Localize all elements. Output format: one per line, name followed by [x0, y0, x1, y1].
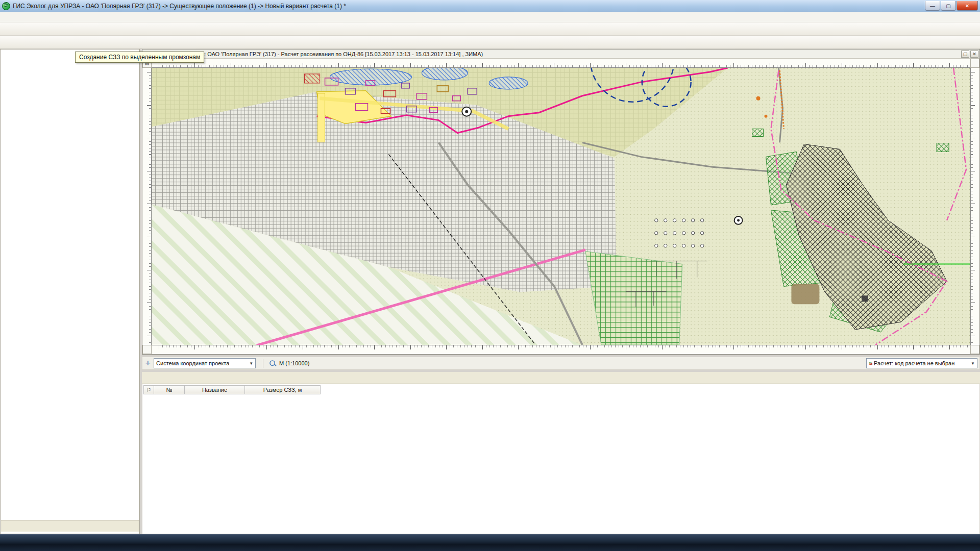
app-icon	[2, 2, 10, 10]
map-drawing	[152, 68, 970, 345]
column-size[interactable]: Размер СЗЗ, м	[245, 386, 321, 394]
column-name[interactable]: Название	[185, 386, 245, 394]
layer-tree	[1, 51, 139, 518]
menu-bar	[0, 12, 980, 22]
map-canvas[interactable]	[152, 68, 970, 345]
map-window: та: ОАО 'Полярная ГРЭ' (317) - Расчет ра…	[142, 49, 980, 355]
coordinate-system-select[interactable]: Система координат проекта ▼	[154, 358, 256, 368]
close-button[interactable]: ✕	[957, 1, 978, 11]
calc-waves-icon: ≈	[869, 360, 872, 366]
coordinate-icon: ✛	[145, 360, 151, 367]
ruler-corner-bl	[142, 345, 152, 354]
status-bar: ✛ Система координат проекта ▼ М (1:10000…	[142, 357, 980, 370]
ruler-right	[970, 68, 979, 345]
column-num[interactable]: №	[154, 386, 185, 394]
ruler-bottom	[152, 345, 970, 354]
magnifier-icon	[269, 360, 276, 367]
toolbar-zones	[0, 36, 980, 49]
data-tabs	[142, 372, 980, 384]
map-window-header: та: ОАО 'Полярная ГРЭ' (317) - Расчет ра…	[142, 49, 979, 59]
scale-label: М (1:10000)	[279, 360, 309, 366]
ruler-corner-br	[970, 345, 979, 354]
layers-panel	[0, 49, 140, 534]
toolbar-main	[0, 22, 980, 36]
map-pane: та: ОАО 'Полярная ГРЭ' (317) - Расчет ра…	[142, 49, 980, 534]
window-title: ГИС Эколог для УПРЗА - ОАО 'Полярная ГРЭ…	[13, 3, 921, 10]
calc-select[interactable]: ≈ Расчет: код расчета не выбран ▼	[866, 358, 977, 368]
panel-tabs	[1, 520, 139, 532]
chevron-down-icon: ▼	[966, 361, 975, 366]
map-close-button[interactable]: ✕	[970, 51, 978, 58]
flag-icon[interactable]: ⚐	[144, 386, 154, 394]
taskbar	[0, 534, 980, 551]
ruler-left	[142, 68, 152, 345]
ruler-top	[152, 59, 970, 68]
map-body: М	[142, 59, 979, 354]
ruler-corner-tr	[970, 59, 979, 68]
scale-group: М (1:10000)	[263, 359, 309, 368]
maximize-button[interactable]: ▢	[941, 1, 956, 11]
tooltip: Создание СЗЗ по выделенным промзонам	[75, 52, 204, 63]
attributes-table: ⚐ № Название Размер СЗЗ, м	[143, 385, 321, 394]
table-header-row: ⚐ № Название Размер СЗЗ, м	[144, 386, 321, 394]
map-maximize-button[interactable]: ▢	[961, 51, 969, 58]
title-bar: ГИС Эколог для УПРЗА - ОАО 'Полярная ГРЭ…	[0, 0, 980, 12]
map-window-title: та: ОАО 'Полярная ГРЭ' (317) - Расчет ра…	[142, 51, 961, 57]
chevron-down-icon: ▼	[244, 361, 253, 366]
main-area: та: ОАО 'Полярная ГРЭ' (317) - Расчет ра…	[0, 49, 980, 534]
minimize-button[interactable]: —	[925, 1, 940, 11]
attributes-area: ⚐ № Название Размер СЗЗ, м	[142, 384, 980, 534]
